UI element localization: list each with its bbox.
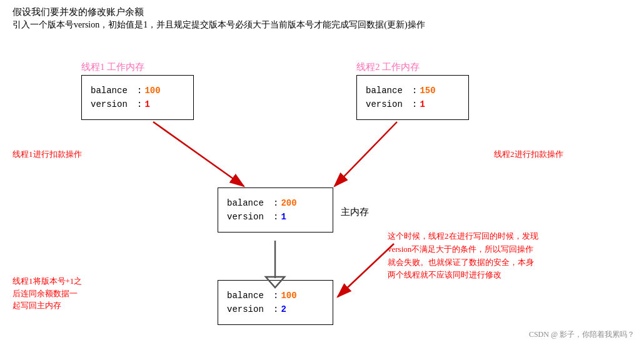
thread2-box: balance : 150 version : 1 bbox=[356, 75, 469, 120]
thread2-balance-label: balance bbox=[366, 86, 410, 96]
thread1-balance-label: balance bbox=[91, 86, 134, 96]
thread2-to-main-arrow bbox=[335, 122, 397, 186]
main-balance-row: balance : 200 bbox=[227, 198, 324, 208]
main-updated-version-val: 2 bbox=[281, 304, 286, 314]
main-memory-label: 主内存 bbox=[341, 206, 369, 218]
main-version-row: version : 1 bbox=[227, 212, 324, 222]
main-updated-balance-val: 100 bbox=[281, 291, 296, 301]
main-box: balance : 200 version : 1 bbox=[218, 188, 333, 232]
thread2-version-label: version bbox=[366, 99, 410, 109]
thread1-writeback-text: 线程1将版本号+1之后连同余额数据一起写回主内存 bbox=[13, 276, 82, 310]
title-line2: 引入一个版本号version，初始值是1，并且规定提交版本号必须大于当前版本号才… bbox=[13, 19, 631, 31]
thread2-version-val: 1 bbox=[420, 99, 425, 109]
main-updated-version-label: version bbox=[227, 304, 271, 314]
thread1-version-label: version bbox=[91, 99, 134, 109]
main-balance-val: 200 bbox=[281, 198, 296, 208]
main-updated-version-row: version : 2 bbox=[227, 304, 324, 314]
thread2-label: 线程2 工作内存 bbox=[356, 61, 420, 73]
watermark: CSDN @ 影子，你陪着我累吗？ bbox=[529, 329, 635, 340]
thread2-fail-text: 这个时候，线程2在进行写回的时候，发现version不满足大于的条件，所以写回操… bbox=[388, 231, 538, 279]
main-updated-balance-row: balance : 100 bbox=[227, 291, 324, 301]
thread2-to-updated-arrow bbox=[338, 244, 394, 297]
main-balance-label: balance bbox=[227, 198, 271, 208]
thread1-balance-row: balance : 100 bbox=[91, 86, 184, 96]
thread1-label: 线程1 工作内存 bbox=[81, 61, 144, 73]
thread2-fail-label: 这个时候，线程2在进行写回的时候，发现version不满足大于的条件，所以写回操… bbox=[388, 230, 538, 282]
title-line1: 假设我们要并发的修改账户余额 bbox=[13, 6, 631, 18]
thread2-version-row: version : 1 bbox=[366, 99, 460, 109]
main-version-label: version bbox=[227, 212, 271, 222]
thread1-version-val: 1 bbox=[144, 99, 149, 109]
thread1-box: balance : 100 version : 1 bbox=[81, 75, 194, 120]
title-section: 假设我们要并发的修改账户余额 引入一个版本号version，初始值是1，并且规定… bbox=[13, 6, 631, 31]
thread1-writeback-label: 线程1将版本号+1之后连同余额数据一起写回主内存 bbox=[13, 275, 82, 312]
thread1-balance-val: 100 bbox=[144, 86, 160, 96]
thread2-op-label: 线程2进行扣款操作 bbox=[494, 149, 563, 160]
main-updated-balance-label: balance bbox=[227, 291, 271, 301]
thread1-to-main-arrow bbox=[153, 122, 244, 186]
thread1-version-row: version : 1 bbox=[91, 99, 184, 109]
main-updated-box: balance : 100 version : 2 bbox=[218, 280, 333, 325]
page: 假设我们要并发的修改账户余额 引入一个版本号version，初始值是1，并且规定… bbox=[0, 0, 644, 345]
thread2-balance-row: balance : 150 bbox=[366, 86, 460, 96]
main-version-val: 1 bbox=[281, 212, 286, 222]
thread2-balance-val: 150 bbox=[420, 86, 435, 96]
thread1-op-label: 线程1进行扣款操作 bbox=[13, 149, 82, 160]
